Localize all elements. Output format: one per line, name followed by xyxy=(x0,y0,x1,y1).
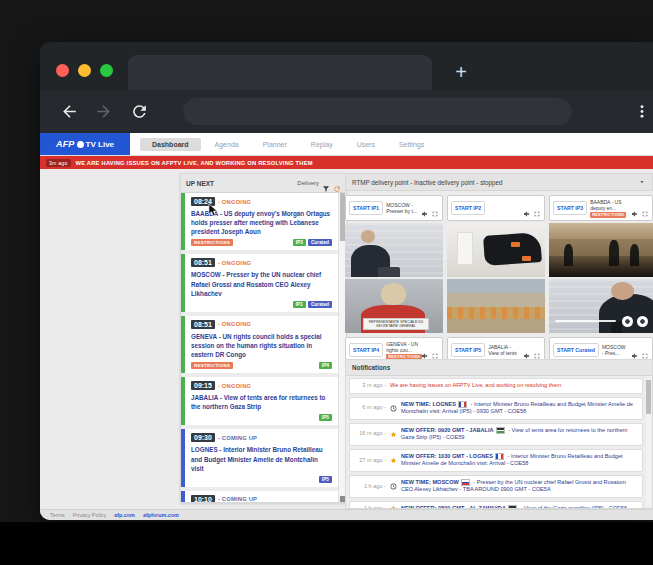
status-label: - ONGOING xyxy=(218,199,251,205)
tab-planner[interactable]: Planner xyxy=(251,138,299,151)
url-bar[interactable] xyxy=(183,98,572,125)
mute-icon[interactable] xyxy=(421,204,429,212)
delivery-point-header[interactable]: RTMP delivery point - Inactive delivery … xyxy=(345,173,653,191)
event-title: JABALIA - View of tents area for returne… xyxy=(191,393,332,411)
browser-tab[interactable] xyxy=(128,55,432,90)
fullscreen-icon[interactable] xyxy=(641,346,649,354)
video-settings-button[interactable] xyxy=(622,316,633,327)
start-time-chip: 09:15 xyxy=(191,381,215,390)
video-player-geneva-speaker[interactable]: REPRESENTANTE SPECIALE DU SECRETAIRE GEN… xyxy=(345,279,443,333)
start-ip3-button[interactable]: START IP3 xyxy=(553,201,587,215)
start-time-chip: 09:30 xyxy=(191,433,215,442)
tab-replay[interactable]: Replay xyxy=(299,138,345,151)
up-next-item[interactable]: 09:30 - COMING UP LOGNES - Interior Mini… xyxy=(181,429,338,486)
notification-head: NEW TIME: LOGNES xyxy=(401,401,456,407)
up-next-item[interactable]: 08:51 - ONGOING MOSCOW - Presser by the … xyxy=(181,254,338,311)
video-player-moscow-curated[interactable] xyxy=(549,279,653,333)
mute-icon[interactable] xyxy=(631,346,639,354)
up-next-header: UP NEXT Delivery xyxy=(181,174,346,193)
tab-users[interactable]: Users xyxy=(345,138,387,151)
up-next-item[interactable]: 08:51 - ONGOING GENEVA - UN rights counc… xyxy=(181,316,338,373)
up-next-panel: UP NEXT Delivery xyxy=(180,173,347,503)
notifications-list: 3 m ago - We are having issues on AFPTV … xyxy=(349,378,643,508)
stream-title: MOSCOW - Pres... xyxy=(602,344,628,356)
player-tile-ip1: START IP1 MOSCOW - Presser by t... xyxy=(345,195,443,221)
afpforum-com-link[interactable]: afpforum.com xyxy=(143,512,179,518)
mute-icon[interactable] xyxy=(631,204,639,212)
notifications-header: Notifications xyxy=(346,360,652,376)
start-ip2-button[interactable]: START IP2 xyxy=(451,201,485,215)
speaker-caption: REPRESENTANTE SPECIALE DU SECRETAIRE GEN… xyxy=(363,318,430,330)
stream-title: GENEVA - UN rights cou... xyxy=(386,341,418,353)
notification-text: NEW TIME: LOGNES - Interior Minister Bru… xyxy=(401,401,636,416)
fullscreen-icon[interactable] xyxy=(533,204,541,212)
status-color-bar xyxy=(181,193,185,250)
close-window-button[interactable] xyxy=(56,64,69,77)
notification-row[interactable]: 6 m ago - NEW TIME: LOGNES - Interior Mi… xyxy=(349,397,643,420)
up-next-item[interactable]: 09:15 - ONGOING JABALIA - View of tents … xyxy=(181,377,338,425)
alert-timestamp: 3m ago xyxy=(46,159,71,167)
status-color-bar xyxy=(181,254,185,311)
video-player-ip2-showroom[interactable] xyxy=(447,223,545,277)
incident-alert-banner: 3m ago WE ARE HAVING ISSUES ON AFPTV LIV… xyxy=(40,156,653,169)
notification-text: We are having issues on AFPTV Live, and … xyxy=(390,382,561,390)
privacy-policy-link[interactable]: Privacy Policy xyxy=(73,512,107,518)
up-next-item[interactable]: 08:24 - ONGOING BAABDA - US deputy envoy… xyxy=(181,193,338,250)
logo-product-text: TV Live xyxy=(86,140,114,149)
notification-row[interactable]: 1 h ago - NEW TIME: MOSCOW - Presser by … xyxy=(349,475,643,498)
logo-afp-text: AFP xyxy=(56,139,75,149)
new-tab-button[interactable]: + xyxy=(448,59,474,85)
fullscreen-icon[interactable] xyxy=(431,346,439,354)
notification-row[interactable]: 27 m ago - NEW OFFER: 1030 GMT - LOGNES … xyxy=(349,449,643,472)
start-ip4-button[interactable]: START IP4 xyxy=(349,343,383,357)
notifications-scrollbar[interactable] xyxy=(646,378,651,506)
video-player-jabalia-aerial[interactable] xyxy=(447,279,545,333)
start-ip5-button[interactable]: START IP5 xyxy=(451,343,485,357)
notification-tail: - View of the Gaza coastline (IP5) - COE… xyxy=(519,505,627,509)
afp-globe-icon xyxy=(77,141,84,148)
event-title: GENEVA - UN rights council holds a speci… xyxy=(191,332,332,359)
tab-dashboard[interactable]: Dashboard xyxy=(140,138,201,151)
up-next-title: UP NEXT xyxy=(186,180,214,187)
up-next-item[interactable]: 10:10 - COMING UP GDANSK - Ursula von de… xyxy=(181,491,338,502)
minimize-window-button[interactable] xyxy=(78,64,91,77)
afp-com-link[interactable]: afp.com xyxy=(114,512,135,518)
app-navbar: AFP TV Live Dashboard Agenda Planner Rep… xyxy=(40,133,653,156)
browser-menu-icon[interactable] xyxy=(634,102,650,121)
event-title: MOSCOW - Presser by the UN nuclear chief… xyxy=(191,270,332,297)
browser-tab-strip: + xyxy=(40,42,653,90)
mute-icon[interactable] xyxy=(523,204,531,212)
browser-window: + AFP TV Live Dashboard Agenda xyxy=(40,42,653,520)
video-player-moscow-presser[interactable] xyxy=(345,223,443,277)
restrictions-badge: RESTRICTIONS xyxy=(191,362,233,369)
sync-icon[interactable] xyxy=(333,179,341,187)
notification-head: NEW OFFER: 1030 GMT - LOGNES xyxy=(401,453,493,459)
scrollbar-thumb[interactable] xyxy=(646,380,651,414)
notification-row[interactable]: 1 h ago - NEW OFFER: 0800 GMT - AL-ZAWAY… xyxy=(349,501,643,509)
tab-agenda[interactable]: Agenda xyxy=(203,138,251,151)
fullscreen-icon[interactable] xyxy=(431,204,439,212)
forward-icon[interactable] xyxy=(94,102,113,121)
notification-row[interactable]: 16 m ago - NEW OFFER: 0920 GMT - JABALIA… xyxy=(349,423,643,446)
chevron-down-icon[interactable] xyxy=(638,178,646,186)
video-player-baabda-pressroom[interactable] xyxy=(549,223,653,277)
notification-row[interactable]: 3 m ago - We are having issues on AFPTV … xyxy=(349,378,643,394)
video-volume-button[interactable] xyxy=(637,316,648,327)
mute-icon[interactable] xyxy=(421,346,429,354)
fullscreen-icon[interactable] xyxy=(533,346,541,354)
afp-tv-live-app: AFP TV Live Dashboard Agenda Planner Rep… xyxy=(40,133,653,520)
afp-tv-live-logo[interactable]: AFP TV Live xyxy=(40,133,130,155)
tab-settings[interactable]: Settings xyxy=(387,138,436,151)
reload-icon[interactable] xyxy=(130,102,149,121)
start-curated-button[interactable]: START Curated xyxy=(553,343,599,357)
notification-time: 3 m ago - xyxy=(356,382,386,390)
terms-link[interactable]: Terms xyxy=(50,512,65,518)
maximize-window-button[interactable] xyxy=(100,64,113,77)
filter-funnel-icon[interactable] xyxy=(322,179,330,187)
video-progress-bar[interactable] xyxy=(555,320,615,322)
france-flag-icon xyxy=(458,401,467,408)
start-ip1-button[interactable]: START IP1 xyxy=(349,201,383,215)
mute-icon[interactable] xyxy=(523,346,531,354)
back-icon[interactable] xyxy=(60,102,79,121)
fullscreen-icon[interactable] xyxy=(641,204,649,212)
